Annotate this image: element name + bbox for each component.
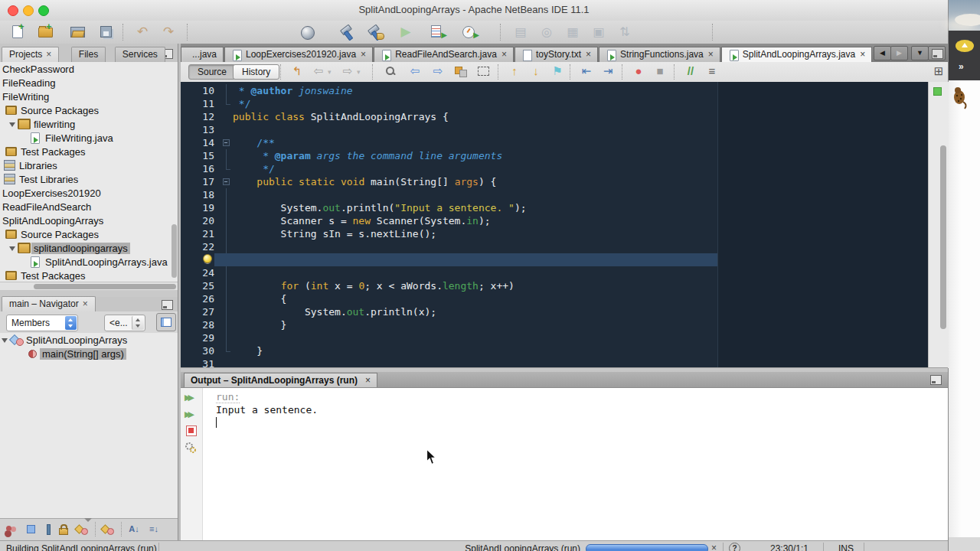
code-line[interactable]: 26 { [181, 292, 928, 305]
editor-tab[interactable]: SplitAndLoopingArrays.java× [721, 47, 872, 62]
tree-item[interactable]: filewriting [0, 117, 178, 131]
code-editor[interactable]: 10 * @author jonswaine11 */12public clas… [181, 82, 928, 368]
format-code-icon[interactable]: ≡ [703, 64, 721, 79]
tab-list-dropdown-icon[interactable]: ▼ [911, 46, 929, 60]
expand-arrow-icon[interactable] [9, 121, 16, 128]
show-inner-classes-icon[interactable] [75, 523, 89, 536]
tree-item[interactable]: Test Packages [0, 145, 178, 158]
last-edit-location-icon[interactable]: ↰ [288, 64, 306, 79]
scroll-tabs-left-icon[interactable]: ◀ [874, 46, 891, 60]
close-icon[interactable]: × [708, 47, 714, 62]
code-line[interactable]: 13 [181, 123, 928, 136]
code-line[interactable]: 10 * @author jonswaine [181, 84, 928, 97]
history-view-button[interactable]: History [233, 64, 279, 80]
find-next-icon[interactable]: ⇨ [429, 64, 447, 79]
close-icon[interactable]: × [501, 47, 507, 62]
output-text[interactable]: run:Input a sentence. [216, 390, 318, 416]
redo-icon[interactable]: ↷ [159, 24, 178, 41]
projects-vertical-scrollbar[interactable] [172, 224, 177, 278]
code-line[interactable]: 12public class SplitAndLoopingArrays { [181, 110, 928, 123]
tree-item[interactable]: SplitAndLoopingArrays [0, 214, 178, 227]
tree-item[interactable]: Source Packages [0, 103, 178, 117]
tree-item[interactable]: main(String[] args) [0, 347, 178, 360]
maximize-editor-icon[interactable] [928, 46, 946, 60]
code-line[interactable]: 20 Scanner s = new Scanner(System.in); [181, 214, 928, 227]
editor-tab[interactable]: ...java [181, 47, 224, 62]
tree-item[interactable]: FileWriting.java [0, 131, 178, 145]
show-inherited-members-icon[interactable] [5, 523, 18, 536]
close-icon[interactable]: × [46, 49, 51, 60]
code-line[interactable]: 16 */ [181, 162, 928, 175]
shift-line-right-icon[interactable]: ⇥ [599, 64, 617, 79]
code-line[interactable]: 28 } [181, 318, 928, 331]
code-line[interactable]: 29 [181, 331, 928, 344]
editor-scrollbar[interactable] [940, 145, 946, 329]
close-icon[interactable]: × [361, 47, 366, 62]
toggle-comment-icon[interactable]: // [681, 64, 700, 79]
editor-tab[interactable]: StringFunctions.java× [599, 47, 720, 62]
hint-lightbulb-icon[interactable] [203, 254, 212, 263]
tree-item[interactable]: FileReading [0, 76, 178, 90]
tree-item[interactable]: LoopExercises201920 [0, 186, 178, 200]
navigator-layout-button[interactable] [156, 313, 176, 331]
members-view-select[interactable]: Members [6, 315, 78, 331]
tab-projects[interactable]: Projects× [2, 47, 59, 62]
run-project-icon[interactable]: ▶ [397, 24, 415, 41]
new-file-icon[interactable]: + [9, 24, 28, 41]
tree-item[interactable]: Source Packages [0, 227, 178, 241]
undo-icon[interactable]: ↶ [133, 24, 152, 41]
tree-item[interactable]: Test Packages [0, 269, 178, 282]
editor-tab[interactable]: toyStory.txt× [514, 47, 598, 62]
save-all-icon[interactable] [98, 24, 116, 41]
clean-and-build-icon[interactable] [366, 24, 384, 41]
services-globe-icon[interactable] [299, 24, 318, 41]
rectangular-selection-icon[interactable] [475, 64, 493, 79]
tree-item[interactable]: ReadFileAndSearch [0, 200, 178, 214]
editor-tab[interactable]: LoopExercises201920.java× [224, 47, 373, 62]
show-non-public-icon[interactable] [57, 523, 70, 536]
find-previous-icon[interactable]: ⇦ [406, 64, 424, 79]
show-static-members-icon[interactable] [41, 523, 55, 536]
maximize-output-icon[interactable] [930, 375, 942, 385]
code-line[interactable]: 25 for (int x = 0; x < aWords.length; x+… [181, 279, 928, 292]
start-macro-recording-icon[interactable]: ● [629, 64, 648, 79]
code-line[interactable]: 18 [181, 188, 928, 201]
next-bookmark-icon[interactable]: ↓ [527, 64, 545, 79]
code-line[interactable]: 17 public static void main(String[] args… [181, 175, 928, 188]
expand-arrow-icon[interactable] [2, 337, 8, 344]
debug-project-icon[interactable]: ▶ [429, 24, 447, 41]
find-icon[interactable] [381, 64, 400, 79]
split-document-icon[interactable]: ⊞ [929, 64, 948, 79]
code-line[interactable]: String[] aWords = sIn.split(" "); [181, 253, 928, 266]
filter-select[interactable]: <e... [104, 315, 145, 331]
minimize-panel-icon[interactable] [162, 300, 173, 310]
tree-item[interactable]: Libraries [0, 158, 178, 172]
show-fields-icon[interactable] [24, 523, 38, 536]
notifications-icon[interactable]: ? [729, 543, 740, 551]
build-project-icon[interactable] [338, 24, 357, 41]
tab-services[interactable]: Services [115, 47, 165, 62]
close-icon[interactable]: × [860, 47, 865, 62]
collapse-handle-icon[interactable] [84, 518, 92, 522]
new-project-icon[interactable]: + [37, 24, 55, 41]
code-line[interactable]: 24 [181, 266, 928, 279]
code-line[interactable]: 14 /** [181, 136, 928, 149]
sort-by-source-icon[interactable]: ≡↓ [147, 523, 161, 536]
tree-item[interactable]: SplitAndLoopingArrays [0, 333, 178, 347]
fold-gutter[interactable] [220, 136, 233, 149]
open-project-icon[interactable] [69, 24, 87, 41]
source-view-button[interactable]: Source [188, 64, 236, 80]
rerun-icon[interactable]: ▶▶ [185, 391, 198, 404]
tab-navigator[interactable]: main – Navigator× [2, 296, 96, 311]
close-icon[interactable]: × [83, 298, 88, 309]
tab-files[interactable]: Files [71, 47, 106, 62]
output-line-text[interactable]: run: [216, 391, 240, 403]
expand-arrow-icon[interactable] [9, 245, 16, 252]
cancel-progress-icon[interactable]: × [711, 543, 717, 551]
show-anonymous-classes-icon[interactable] [101, 523, 115, 536]
ant-settings-icon[interactable] [185, 442, 198, 455]
code-line[interactable]: 31 [181, 357, 928, 368]
toggle-bookmark-icon[interactable]: ⚑ [548, 64, 567, 79]
tree-item[interactable]: FileWriting [0, 90, 178, 103]
tree-item[interactable]: SplitAndLoopingArrays.java [0, 255, 178, 269]
